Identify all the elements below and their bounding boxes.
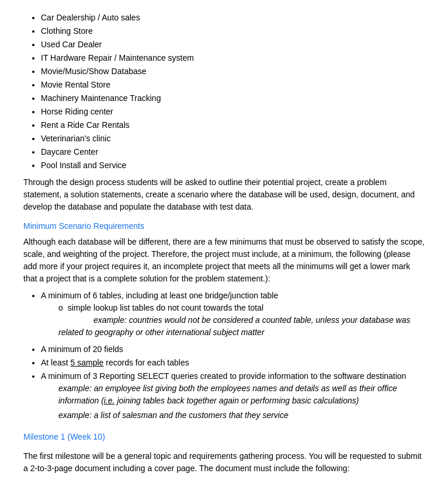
requirement-1-text: A minimum of 6 tables, including at leas…: [41, 291, 278, 300]
list-item: Used Car Dealer: [41, 39, 425, 51]
requirement-1-sublist: simple lookup list tables do not count t…: [58, 302, 425, 339]
req4-example2: example: a list of salesman and the cust…: [58, 409, 425, 422]
list-item: Movie Rental Store: [41, 79, 425, 91]
list-item: Veterinarian's clinic: [41, 133, 425, 145]
list-item: Rent a Ride Car Rentals: [41, 119, 425, 131]
minimum-paragraph: Although each database will be different…: [23, 236, 425, 285]
list-item: Clothing Store: [41, 25, 425, 37]
req4-example1: example: an employee list giving both th…: [58, 382, 425, 407]
ie-underline-1: i.e.: [104, 396, 115, 405]
intro-paragraph: Through the design process students will…: [23, 176, 425, 213]
requirement-item-1: A minimum of 6 tables, including at leas…: [41, 290, 425, 339]
requirement-item-2: A minimum of 20 fields: [41, 343, 425, 356]
req3-prefix: At least: [41, 358, 71, 367]
list-item: IT Hardware Repair / Maintenance system: [41, 52, 425, 64]
main-list: Car Dealership / Auto sales Clothing Sto…: [41, 12, 425, 172]
list-item: Daycare Center: [41, 146, 425, 158]
req4-text: A minimum of 3 Reporting SELECT queries …: [41, 371, 406, 381]
list-item: Movie/Music/Show Database: [41, 65, 425, 78]
milestone1-paragraph: The first milestone will be a general to…: [23, 450, 425, 475]
requirement-1-example: example: countries would not be consider…: [58, 315, 410, 337]
list-item: Horse Riding center: [41, 106, 425, 118]
requirement-1-sub-text: simple lookup list tables do not count t…: [68, 303, 263, 312]
requirement-item-4: A minimum of 3 Reporting SELECT queries …: [41, 370, 425, 422]
requirements-list: A minimum of 6 tables, including at leas…: [41, 290, 425, 422]
list-item: Car Dealership / Auto sales: [41, 12, 425, 24]
requirement-item-3: At least 5 sample records for each table…: [41, 357, 425, 369]
minimum-scenario-heading: Minimum Scenario Requirements: [23, 220, 425, 232]
list-item: Machinery Maintenance Tracking: [41, 92, 425, 105]
list-item: Pool Install and Service: [41, 159, 425, 172]
req3-suffix: records for each tables: [103, 358, 189, 367]
req3-underline: 5 sample: [71, 358, 104, 367]
milestone1-heading: Milestone 1 (Week 10): [23, 431, 425, 443]
requirement-1-subitem: simple lookup list tables do not count t…: [58, 302, 425, 339]
